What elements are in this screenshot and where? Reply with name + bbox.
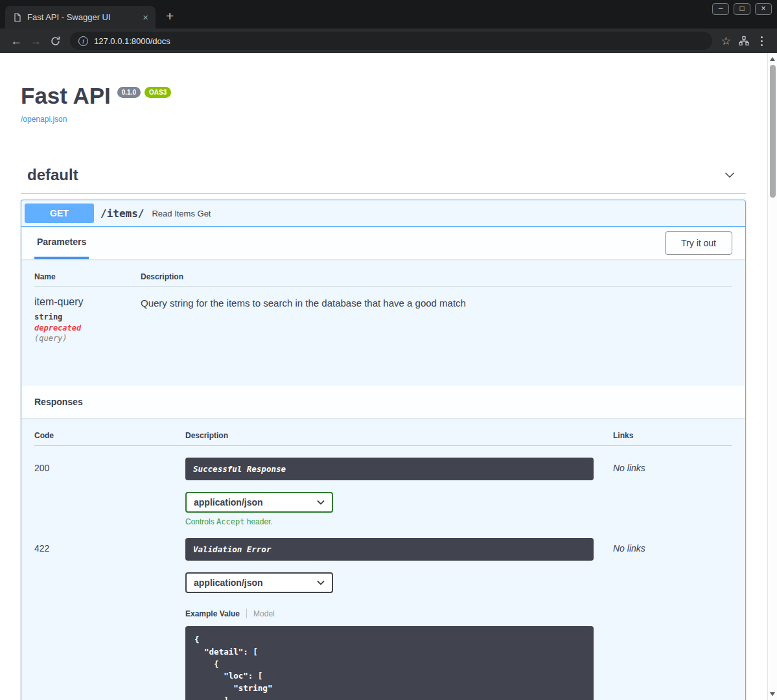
extensions-icon[interactable]	[735, 36, 753, 46]
parameter-type: string	[34, 312, 141, 321]
parameters-section-header: Parameters Try it out	[21, 227, 745, 259]
oas-badge: OAS3	[145, 87, 171, 98]
title-badges: 0.1.0 OAS3	[117, 87, 171, 98]
parameter-meta: item-query string deprecated (query)	[34, 296, 141, 343]
info-section: Fast API 0.1.0 OAS3 /openapi.json	[21, 83, 746, 124]
example-model-tabs: Example Value Model	[185, 609, 613, 618]
api-title-text: Fast API	[21, 83, 111, 109]
accept-header-note: Controls Accept header.	[185, 517, 613, 526]
accept-note-prefix: Controls	[185, 517, 216, 526]
parameter-description: Query string for the items to search in …	[141, 296, 732, 309]
tag-title: default	[27, 166, 78, 184]
url-text: 127.0.0.1:8000/docs	[94, 36, 170, 46]
select-chevron-icon	[317, 580, 325, 585]
operation-summary[interactable]: GET /items/ Read Items Get	[21, 200, 745, 227]
parameter-deprecated-flag: deprecated	[34, 323, 141, 332]
responses-table-head: Code Description Links	[34, 431, 732, 446]
media-type-select[interactable]: application/json	[185, 572, 333, 593]
col-header-name: Name	[34, 272, 141, 281]
page-content: Fast API 0.1.0 OAS3 /openapi.json defaul…	[0, 53, 777, 700]
minimize-button[interactable]: –	[712, 3, 729, 15]
col-header-links: Links	[613, 431, 732, 440]
browser-tab[interactable]: Fast API - Swagger UI ×	[5, 6, 156, 29]
tab-bar: Fast API - Swagger UI × + – □ ×	[0, 0, 777, 29]
tab-example-value[interactable]: Example Value	[185, 609, 240, 618]
back-icon[interactable]: ←	[6, 31, 26, 51]
http-method-badge[interactable]: GET	[25, 204, 94, 223]
response-code: 200	[34, 458, 185, 473]
parameter-row: item-query string deprecated (query) Que…	[34, 287, 732, 343]
maximize-button[interactable]: □	[734, 3, 750, 15]
tab-parameters[interactable]: Parameters	[34, 227, 89, 259]
response-links: No links	[613, 458, 732, 473]
example-json-block: { "detail": [ { "loc": [ "string" ], "ms…	[185, 626, 594, 700]
close-window-button[interactable]: ×	[755, 3, 772, 15]
operation-block-get-items: GET /items/ Read Items Get Parameters Tr…	[21, 200, 746, 700]
media-type-value: application/json	[194, 497, 263, 508]
responses-table: Code Description Links 200 Successful Re…	[21, 418, 745, 700]
page-scrollbar[interactable]	[767, 53, 777, 700]
response-description-cell: Successful Response application/json Con…	[185, 458, 613, 526]
page-title: Fast API 0.1.0 OAS3	[21, 83, 746, 109]
scroll-up-arrow-icon[interactable]	[770, 57, 775, 61]
parameters-table: Name Description item-query string depre…	[21, 259, 745, 386]
window-controls: – □ ×	[712, 3, 772, 15]
response-row-200: 200 Successful Response application/json…	[34, 446, 732, 526]
tab-model[interactable]: Model	[253, 609, 275, 618]
new-tab-button[interactable]: +	[166, 9, 174, 23]
parameter-location: (query)	[34, 334, 141, 343]
openapi-spec-link[interactable]: /openapi.json	[21, 115, 67, 124]
operation-summary-text: Read Items Get	[152, 209, 211, 218]
browser-menu-icon[interactable]	[753, 36, 771, 46]
response-description: Validation Error	[185, 538, 594, 561]
tag-section-header[interactable]: default	[21, 159, 746, 194]
browser-chrome: Fast API - Swagger UI × + – □ × ← → i 12…	[0, 0, 777, 53]
address-bar: ← → i 127.0.0.1:8000/docs ☆	[0, 29, 777, 53]
response-links: No links	[613, 538, 732, 554]
bookmark-star-icon[interactable]: ☆	[717, 34, 735, 48]
accept-note-code: Accept	[216, 517, 244, 526]
tab-title: Fast API - Swagger UI	[27, 12, 135, 22]
scrollbar-thumb[interactable]	[770, 65, 776, 198]
responses-section-header: Responses	[21, 386, 745, 418]
tab-close-icon[interactable]: ×	[141, 12, 150, 22]
response-description: Successful Response	[185, 458, 594, 480]
swagger-ui: Fast API 0.1.0 OAS3 /openapi.json defaul…	[0, 53, 777, 700]
parameter-name: item-query	[34, 296, 141, 308]
col-header-description: Description	[185, 431, 613, 440]
select-chevron-icon	[317, 500, 325, 505]
col-header-code: Code	[34, 431, 185, 440]
reload-icon[interactable]	[45, 31, 65, 51]
accept-note-suffix: header.	[244, 517, 272, 526]
try-it-out-button[interactable]: Try it out	[665, 231, 732, 255]
page-document-icon	[13, 13, 22, 22]
response-row-422: 422 Validation Error application/json Ex…	[34, 526, 732, 700]
forward-icon[interactable]: →	[26, 31, 45, 51]
response-description-cell: Validation Error application/json Exampl…	[185, 538, 613, 700]
scroll-down-arrow-icon[interactable]	[770, 692, 775, 696]
parameters-table-head: Name Description	[34, 272, 732, 287]
chevron-down-icon[interactable]	[720, 168, 739, 182]
version-badge: 0.1.0	[117, 87, 141, 98]
media-type-value: application/json	[194, 578, 263, 588]
responses-title: Responses	[34, 397, 83, 407]
operation-path: /items/	[100, 207, 144, 220]
media-type-select[interactable]: application/json	[185, 492, 333, 513]
col-header-description: Description	[141, 272, 732, 281]
site-info-icon[interactable]: i	[78, 36, 88, 46]
url-field[interactable]: i 127.0.0.1:8000/docs	[70, 32, 712, 50]
response-code: 422	[34, 538, 185, 554]
tab-divider	[246, 609, 247, 618]
